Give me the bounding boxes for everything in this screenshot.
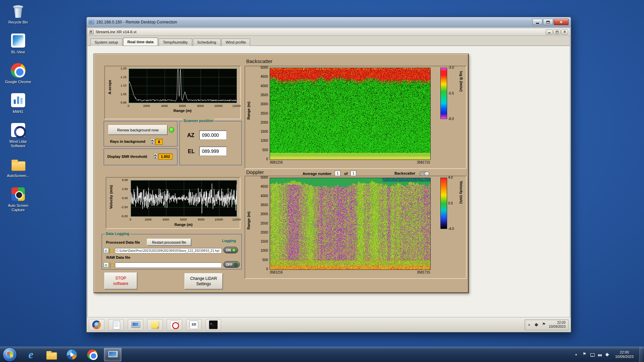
remote-desktop-taskbar-button[interactable]: [128, 319, 143, 330]
desktop-icon-wind-lidar[interactable]: Wind Lidar Software: [3, 122, 34, 148]
remote-taskbar: 22:00 10/09/2023: [87, 317, 570, 331]
desktop-icon-autoscreen[interactable]: AutoScreen...: [3, 156, 34, 178]
el-field[interactable]: 089.999: [199, 146, 227, 156]
tick-label: -4.0: [448, 227, 458, 231]
internet-explorer-icon: [25, 349, 37, 360]
hidden-icons-arrow[interactable]: [575, 352, 579, 357]
spin-up-icon[interactable]: [151, 138, 154, 141]
tab-temp-humidity[interactable]: Temp/humidity: [159, 39, 192, 46]
action-center-icon[interactable]: [542, 322, 546, 327]
browse-folder-icon[interactable]: [109, 248, 110, 254]
stop-software-button[interactable]: STOP software: [104, 273, 137, 289]
close-button[interactable]: [554, 19, 569, 25]
media-player-taskbar-button[interactable]: [63, 348, 80, 361]
show-desktop-button[interactable]: [639, 347, 643, 362]
rays-spinner[interactable]: [151, 138, 154, 144]
tick-label: -8.0: [448, 117, 458, 121]
notepad-taskbar-button[interactable]: [108, 319, 124, 330]
rays-in-background-label: Rays in background: [110, 139, 145, 143]
power-taskbar-button[interactable]: [167, 319, 182, 330]
rdp-window: 192.168.0.150 - Remote Desktop Connectio…: [86, 17, 571, 333]
remote-taskbar-clock[interactable]: 22:00 10/09/2023: [549, 321, 566, 329]
renew-background-button[interactable]: Renew background now: [108, 125, 167, 135]
desktop-icon-recycle-bin[interactable]: Recycle Bin: [3, 3, 34, 24]
maximize-button[interactable]: [543, 19, 553, 25]
action-center-icon[interactable]: [582, 352, 587, 357]
streamline-taskbar-button[interactable]: [186, 319, 202, 330]
windows-flag-icon: [7, 351, 13, 357]
desktop-icon-auto-capture[interactable]: Auto Screen Capture: [3, 186, 34, 212]
tick-label: 1.20: [112, 66, 126, 70]
processed-logging-toggle[interactable]: ON: [223, 247, 238, 253]
volume-icon[interactable]: [605, 352, 610, 357]
desktop-icon-bl-view[interactable]: BL-View: [3, 33, 34, 54]
browser-taskbar-button[interactable]: [89, 319, 104, 330]
tick-label: 0: [253, 157, 268, 161]
tab-real-time-data[interactable]: Real time data: [123, 38, 158, 46]
spin-down-icon[interactable]: [154, 156, 157, 159]
app-close-button[interactable]: [561, 29, 568, 35]
on-label: ON: [226, 248, 231, 252]
el-label: EL: [188, 148, 195, 155]
snr-spinner[interactable]: [154, 153, 157, 159]
tick-label: 1.15: [112, 75, 126, 79]
spin-up-icon[interactable]: [154, 153, 157, 156]
tick-label: 4500: [253, 75, 268, 79]
minimize-button[interactable]: [532, 19, 542, 25]
rdp-titlebar[interactable]: 192.168.0.150 - Remote Desktop Connectio…: [87, 17, 571, 27]
desktop-icon-chrome[interactable]: Google Chrome: [3, 62, 34, 84]
tick-label: 1000: [253, 139, 268, 143]
average-current-field[interactable]: 1: [335, 171, 340, 176]
snr-field[interactable]: 1.002: [158, 154, 172, 160]
remote-desktop-taskbar-button[interactable]: [104, 348, 121, 361]
streamline-icon: [189, 320, 199, 330]
backscatter-section-title: Backscatter: [246, 58, 272, 64]
doppler-x-end: 3581715: [393, 270, 430, 274]
app-minimize-button[interactable]: [546, 29, 553, 35]
remote-session-tray-icon[interactable]: [590, 352, 595, 357]
tab-wind-profile[interactable]: Wind profile: [221, 39, 251, 46]
desktop-icon-label: Wind Lidar Software: [4, 139, 32, 148]
app-maximize-button[interactable]: [553, 29, 560, 35]
rdp-window-icon: [89, 20, 94, 24]
terminal-taskbar-button[interactable]: [206, 319, 221, 330]
window-controls: [532, 19, 569, 25]
volume-icon[interactable]: [535, 322, 539, 327]
close-icon: [564, 30, 566, 34]
processed-path-field[interactable]: C:\Lidar\Data\Proc\2023\202309\20230910\…: [115, 248, 222, 253]
rays-field[interactable]: 8: [155, 139, 163, 145]
raw-logging-toggle[interactable]: OFF: [223, 261, 240, 268]
tick-label: 10000: [212, 218, 225, 222]
browse-folder-icon[interactable]: [110, 262, 110, 268]
desktop-icon-mw41[interactable]: MW41: [3, 92, 34, 114]
auto-capture-icon: [10, 186, 26, 202]
tick-label: 12000: [230, 104, 243, 108]
desktop-icon-label: AutoScreen...: [7, 174, 30, 178]
hidden-icons-arrow[interactable]: [528, 322, 532, 327]
spin-down-icon[interactable]: [151, 141, 154, 144]
restart-processed-file-button[interactable]: Restart processed file: [147, 239, 191, 246]
notepad-icon: [111, 320, 121, 330]
network-icon[interactable]: [598, 352, 602, 357]
change-lidar-settings-button[interactable]: Change LiDAR Settings: [184, 273, 223, 289]
windows-explorer-taskbar-button[interactable]: [43, 348, 60, 361]
tab-system-setup[interactable]: System setup: [90, 39, 122, 46]
taskbar-clock[interactable]: 22:00 10/09/2023: [613, 350, 636, 359]
start-button[interactable]: [3, 348, 17, 362]
desktop-icon-label: MW41: [13, 110, 23, 114]
sticky-notes-taskbar-button[interactable]: [147, 319, 163, 330]
average-total-field[interactable]: 1: [351, 171, 356, 176]
chrome-taskbar-button[interactable]: [84, 348, 101, 361]
app-titlebar[interactable]: StreamLine XR v14-6.vi: [88, 28, 570, 36]
clock-date: 10/09/2023: [615, 355, 634, 359]
app-window-title: StreamLine XR v14-6.vi: [96, 30, 136, 34]
tick-label: 2000: [253, 231, 268, 235]
backscatter-y-axis-label: Range (m): [247, 102, 251, 120]
minimize-icon: [536, 23, 539, 24]
az-field[interactable]: 090.000: [199, 130, 227, 140]
raw-path-field[interactable]: [115, 262, 222, 268]
internet-explorer-taskbar-button[interactable]: [22, 348, 40, 361]
doppler-section-title: Doppler: [246, 169, 264, 175]
tab-scheduling[interactable]: Scheduling: [193, 39, 221, 46]
tick-label: 4.0: [448, 176, 458, 180]
